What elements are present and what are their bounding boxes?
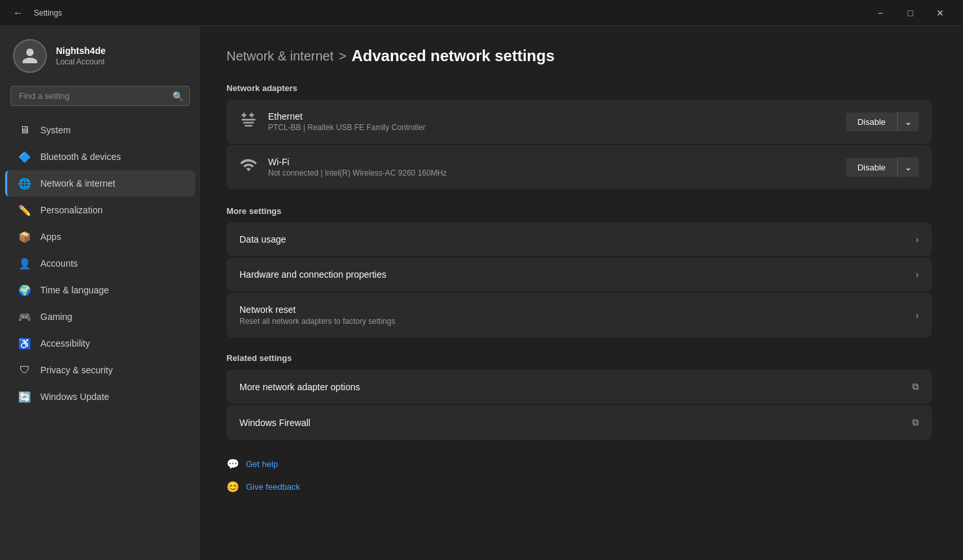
user-icon (21, 47, 39, 65)
system-nav-icon: 🖥 (18, 124, 31, 137)
sidebar-search-container: 🔍 (10, 86, 190, 106)
related-settings-section: Related settings More network adapter op… (226, 353, 932, 440)
update-nav-icon: 🔄 (18, 390, 31, 403)
avatar (13, 39, 47, 73)
data-usage-chevron-icon: › (916, 234, 919, 245)
ethernet-expand-button[interactable]: ⌄ (897, 112, 919, 131)
apps-nav-icon: 📦 (18, 230, 31, 243)
profile-type: Local Account (56, 57, 105, 66)
sidebar-item-bluetooth[interactable]: 🔷Bluetooth & devices (5, 144, 195, 170)
sidebar-item-system[interactable]: 🖥System (5, 117, 195, 143)
network-reset-title: Network reset (239, 304, 395, 315)
sidebar-item-label-time: Time & language (40, 285, 109, 295)
sidebar-item-update[interactable]: 🔄Windows Update (5, 384, 195, 410)
sidebar-profile[interactable]: Nightsh4de Local Account (0, 26, 200, 83)
network-reset-chevron-icon: › (916, 310, 919, 321)
windows-firewall-row[interactable]: Windows Firewall ⧉ (226, 405, 932, 440)
sidebar-item-label-bluetooth: Bluetooth & devices (40, 152, 121, 162)
search-input[interactable] (10, 86, 190, 106)
ethernet-name: Ethernet (268, 111, 835, 122)
back-button[interactable]: ← (8, 5, 29, 21)
sidebar-item-network[interactable]: 🌐Network & internet (5, 170, 195, 196)
sidebar-item-personalization[interactable]: ✏️Personalization (5, 197, 195, 223)
more-settings-section: More settings Data usage › Hardware and … (226, 206, 932, 338)
breadcrumb: Network & internet > Advanced network se… (226, 47, 932, 65)
minimize-button[interactable]: − (865, 3, 895, 23)
sidebar-item-label-system: System (40, 125, 71, 135)
sidebar-item-label-gaming: Gaming (40, 312, 72, 322)
sidebar-nav: 🖥System🔷Bluetooth & devices🌐Network & in… (0, 116, 200, 550)
data-usage-title: Data usage (239, 234, 286, 245)
wifi-icon (239, 156, 258, 178)
close-button[interactable]: ✕ (925, 3, 955, 23)
personalization-nav-icon: ✏️ (18, 204, 31, 217)
more-adapter-external-icon: ⧉ (912, 381, 919, 392)
wifi-expand-button[interactable]: ⌄ (897, 157, 919, 177)
give-feedback-icon: 😊 (226, 481, 239, 493)
wifi-disable-button[interactable]: Disable (846, 158, 897, 177)
ethernet-adapter-card: Ethernet PTCL-BB | Realtek USB FE Family… (226, 100, 932, 144)
sidebar-item-label-update: Windows Update (40, 392, 109, 402)
related-settings-title: Related settings (226, 353, 932, 363)
sidebar-item-accounts[interactable]: 👤Accounts (5, 250, 195, 276)
ethernet-info: Ethernet PTCL-BB | Realtek USB FE Family… (268, 111, 835, 132)
profile-info: Nightsh4de Local Account (56, 46, 105, 66)
accounts-nav-icon: 👤 (18, 257, 31, 270)
ethernet-actions: Disable ⌄ (846, 112, 919, 131)
ethernet-desc: PTCL-BB | Realtek USB FE Family Controll… (268, 123, 835, 132)
adapters-group: Ethernet PTCL-BB | Realtek USB FE Family… (226, 100, 932, 191)
profile-name: Nightsh4de (56, 46, 105, 56)
breadcrumb-current: Advanced network settings (351, 47, 554, 65)
sidebar-item-label-network: Network & internet (40, 178, 115, 189)
give-feedback-label: Give feedback (246, 482, 300, 492)
privacy-nav-icon: 🛡 (18, 364, 31, 377)
get-help-label: Get help (246, 459, 278, 469)
sidebar-item-label-personalization: Personalization (40, 205, 103, 215)
bottom-links: 💬 Get help 😊 Give feedback (226, 455, 932, 496)
breadcrumb-parent[interactable]: Network & internet (226, 49, 334, 64)
get-help-icon: 💬 (226, 458, 239, 470)
wifi-actions: Disable ⌄ (846, 157, 919, 177)
sidebar-item-label-privacy: Privacy & security (40, 365, 113, 375)
wifi-info: Wi-Fi Not connected | Intel(R) Wireless-… (268, 157, 835, 178)
titlebar-controls: − □ ✕ (865, 3, 955, 23)
windows-firewall-title: Windows Firewall (239, 418, 310, 428)
hardware-props-chevron-icon: › (916, 269, 919, 280)
network-reset-row[interactable]: Network reset Reset all network adapters… (226, 293, 932, 338)
sidebar-item-label-accounts: Accounts (40, 258, 78, 269)
search-icon: 🔍 (172, 91, 183, 101)
main-content: Network & internet > Advanced network se… (200, 26, 963, 560)
more-settings-title: More settings (226, 206, 932, 216)
titlebar: ← Settings − □ ✕ (0, 0, 963, 26)
wifi-adapter-card: Wi-Fi Not connected | Intel(R) Wireless-… (226, 145, 932, 189)
accessibility-nav-icon: ♿ (18, 337, 31, 350)
give-feedback-link[interactable]: 😊 Give feedback (226, 478, 932, 496)
bluetooth-nav-icon: 🔷 (18, 150, 31, 163)
app-container: Nightsh4de Local Account 🔍 🖥System🔷Bluet… (0, 26, 963, 560)
gaming-nav-icon: 🎮 (18, 310, 31, 323)
breadcrumb-separator: > (339, 49, 347, 64)
get-help-link[interactable]: 💬 Get help (226, 455, 932, 473)
ethernet-icon (239, 111, 258, 133)
sidebar-item-accessibility[interactable]: ♿Accessibility (5, 330, 195, 356)
network-adapters-title: Network adapters (226, 83, 932, 93)
more-adapter-options-title: More network adapter options (239, 382, 360, 392)
hardware-props-title: Hardware and connection properties (239, 269, 387, 280)
maximize-button[interactable]: □ (895, 3, 925, 23)
data-usage-row[interactable]: Data usage › (226, 222, 932, 256)
sidebar-item-time[interactable]: 🌍Time & language (5, 277, 195, 303)
network-nav-icon: 🌐 (18, 177, 31, 190)
sidebar-item-label-apps: Apps (40, 232, 61, 242)
hardware-props-row[interactable]: Hardware and connection properties › (226, 258, 932, 291)
wifi-name: Wi-Fi (268, 157, 835, 167)
titlebar-title: Settings (34, 8, 62, 18)
sidebar-item-apps[interactable]: 📦Apps (5, 224, 195, 250)
more-adapter-options-row[interactable]: More network adapter options ⧉ (226, 369, 932, 404)
wifi-desc: Not connected | Intel(R) Wireless-AC 926… (268, 168, 835, 178)
sidebar-item-privacy[interactable]: 🛡Privacy & security (5, 357, 195, 383)
time-nav-icon: 🌍 (18, 284, 31, 297)
windows-firewall-external-icon: ⧉ (912, 417, 919, 428)
sidebar: Nightsh4de Local Account 🔍 🖥System🔷Bluet… (0, 26, 200, 560)
sidebar-item-gaming[interactable]: 🎮Gaming (5, 304, 195, 330)
ethernet-disable-button[interactable]: Disable (846, 113, 897, 131)
